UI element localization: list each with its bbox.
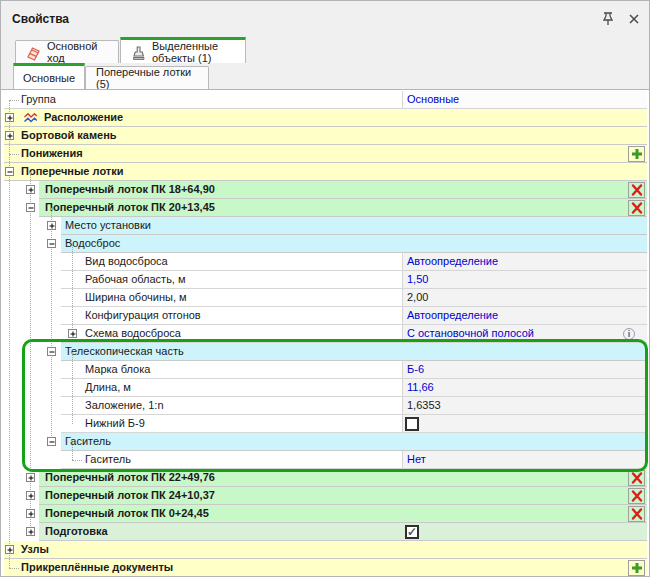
grid-row: Бортовой камень — [1, 127, 650, 145]
group-row-band[interactable] — [39, 523, 647, 541]
titlebar: Свойства — [1, 1, 649, 37]
sub-tabstrip: Основные Поперечные лотки (5) — [1, 63, 649, 89]
property-value-cell[interactable]: Б-6 — [403, 361, 647, 379]
grid-row: Водосброс — [1, 235, 650, 253]
property-value[interactable]: Б-6 — [407, 361, 424, 378]
expand-icon[interactable] — [26, 473, 35, 482]
close-icon[interactable] — [625, 10, 643, 28]
expand-icon[interactable] — [26, 491, 35, 500]
delete-button[interactable] — [628, 200, 645, 216]
property-value-cell[interactable]: 1,50 — [403, 271, 647, 289]
expand-icon[interactable] — [26, 527, 35, 536]
row-label: Длина, м — [85, 379, 131, 397]
row-label: Поперечный лоток ПК 24+10,37 — [45, 487, 215, 505]
collapse-icon[interactable] — [47, 347, 56, 356]
group-row-band[interactable] — [4, 541, 647, 559]
row-label: Схема водосброса — [85, 325, 181, 343]
grid-row: Гаситель — [1, 433, 650, 451]
grid-row: Б-6Марка блока — [1, 361, 650, 379]
collapse-icon[interactable] — [26, 203, 35, 212]
grid-row: Поперечный лоток ПК 24+10,37 — [1, 487, 650, 505]
add-button[interactable] — [628, 146, 645, 162]
add-button[interactable] — [628, 560, 645, 576]
property-value-cell[interactable]: 11,66 — [403, 379, 647, 397]
row-label: Марка блока — [85, 361, 150, 379]
group-row-band[interactable] — [61, 433, 647, 451]
property-value-cell[interactable]: С остановочной полосой — [403, 325, 647, 343]
expand-icon[interactable] — [5, 113, 14, 122]
tab-sub-cross-trays[interactable]: Поперечные лотки (5) — [85, 66, 209, 89]
grid-row: Поперечные лотки — [1, 163, 650, 181]
expand-icon[interactable] — [5, 131, 14, 140]
property-value-cell[interactable]: 2,00 — [403, 289, 647, 307]
grid-row: Поперечный лоток ПК 20+13,45 — [1, 199, 650, 217]
expand-icon[interactable] — [47, 221, 56, 230]
collapse-icon[interactable] — [47, 437, 56, 446]
checkbox[interactable] — [405, 417, 419, 431]
delete-button[interactable] — [628, 506, 645, 522]
row-label: Гаситель — [65, 433, 111, 451]
tab-main-route[interactable]: Основной ход — [15, 40, 119, 63]
expand-icon[interactable] — [26, 509, 35, 518]
expand-icon[interactable] — [68, 329, 77, 338]
tab-selected-objects[interactable]: Выделенные объекты (1) — [120, 37, 246, 63]
expand-icon[interactable] — [26, 185, 35, 194]
grid-row: 2,00Ширина обочины, м — [1, 289, 650, 307]
delete-x-icon — [631, 184, 643, 196]
grid-row: Расположение — [1, 109, 650, 127]
property-value[interactable]: С остановочной полосой — [407, 325, 534, 342]
property-value[interactable]: Автоопределение — [407, 253, 498, 270]
tab-sub-main[interactable]: Основные — [13, 63, 85, 89]
row-label: Бортовой камень — [21, 127, 117, 145]
main-tabstrip: Основной ход Выделенные объекты (1) — [1, 37, 649, 63]
waves-icon — [23, 111, 38, 125]
property-value[interactable]: 1,6353 — [407, 397, 441, 414]
grid-row: С остановочной полосойiСхема водосброса — [1, 325, 650, 343]
pin-icon[interactable] — [599, 10, 617, 28]
collapse-icon[interactable] — [47, 239, 56, 248]
property-value[interactable]: Основные — [407, 91, 459, 108]
property-value[interactable]: Нет — [407, 451, 426, 468]
page-title: Свойства — [12, 12, 69, 26]
property-value[interactable]: 2,00 — [407, 289, 428, 306]
property-value-cell[interactable]: Автоопределение — [403, 253, 647, 271]
delete-button[interactable] — [628, 182, 645, 198]
property-value-cell[interactable]: Автоопределение — [403, 307, 647, 325]
add-plus-icon — [631, 562, 643, 574]
add-plus-icon — [631, 148, 643, 160]
stamp-icon — [131, 45, 146, 59]
delete-button[interactable] — [628, 488, 645, 504]
checkbox[interactable]: ✓ — [405, 525, 419, 539]
group-row-band[interactable] — [4, 145, 647, 163]
expand-icon[interactable] — [5, 545, 14, 554]
collapse-icon[interactable] — [5, 167, 14, 176]
property-value[interactable]: 1,50 — [407, 271, 428, 288]
grid-row: Поперечный лоток ПК 22+49,76 — [1, 469, 650, 487]
row-label: Поперечный лоток ПК 20+13,45 — [45, 199, 215, 217]
grid-row: Нижний Б-9 — [1, 415, 650, 433]
row-label: Поперечные лотки — [21, 163, 124, 181]
property-value-cell[interactable] — [403, 415, 647, 433]
property-value-cell[interactable]: Нет — [403, 451, 647, 469]
row-label: Водосброс — [65, 235, 120, 253]
row-label: Прикреплённые документы — [21, 559, 173, 577]
row-label: Телескопическая часть — [65, 343, 184, 361]
grid-row: 11,66Длина, м — [1, 379, 650, 397]
row-label: Конфигурация отгонов — [85, 307, 201, 325]
grid-row: ✓Подготовка — [1, 523, 650, 541]
property-value-cell[interactable]: 1,6353 — [403, 397, 647, 415]
road-icon — [26, 45, 41, 59]
grid-row: Место установки — [1, 217, 650, 235]
grid-row: Поперечный лоток ПК 18+64,90 — [1, 181, 650, 199]
row-label: Поперечный лоток ПК 18+64,90 — [45, 181, 215, 199]
row-label: Заложение, 1:n — [85, 397, 164, 415]
grid-row: НетГаситель — [1, 451, 650, 469]
info-icon[interactable]: i — [623, 328, 635, 340]
group-row-band[interactable] — [61, 235, 647, 253]
tab-label: Основные — [23, 72, 75, 84]
row-label: Ширина обочины, м — [85, 289, 187, 307]
property-value[interactable]: Автоопределение — [407, 307, 498, 324]
delete-button[interactable] — [628, 470, 645, 486]
property-value-cell[interactable]: Основные — [403, 91, 647, 109]
property-value[interactable]: 11,66 — [407, 379, 434, 396]
